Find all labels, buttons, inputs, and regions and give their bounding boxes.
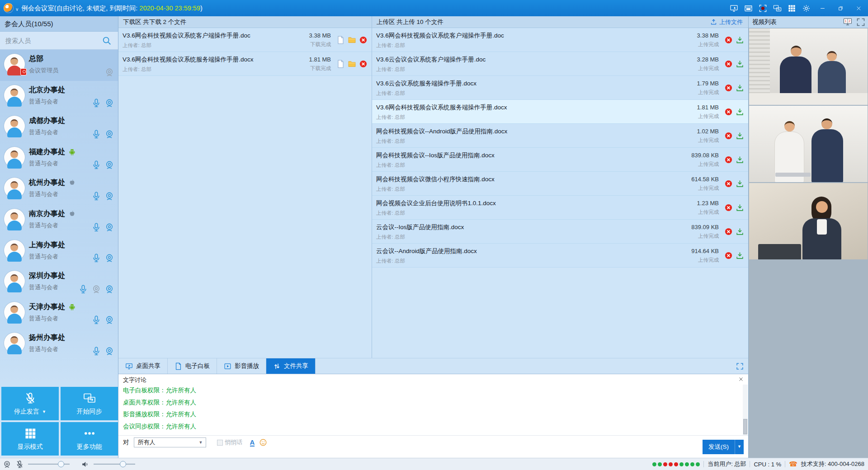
speaker-icon[interactable] [81,460,90,469]
upload-file-row[interactable]: 网会科技视频会议--Android版产品使用指南.docx 上传者: 总部 1.… [372,124,748,148]
delete-file-icon[interactable] [724,84,733,92]
delete-file-icon[interactable] [724,155,733,164]
layout-grid-icon[interactable] [787,3,797,13]
open-folder-icon[interactable] [348,60,356,68]
webcam-icon[interactable] [104,98,114,108]
delete-file-icon[interactable] [724,60,733,68]
webcam-icon[interactable] [3,460,11,469]
download-file-icon[interactable] [736,84,744,92]
whisper-checkbox[interactable]: 悄悄话 [217,438,243,446]
download-file-icon[interactable] [736,60,744,68]
open-file-icon[interactable] [336,60,345,68]
download-file-icon[interactable] [736,132,744,140]
participant-row[interactable]: 天津办事处 普通与会者 [0,298,118,329]
upload-file-row[interactable]: 网会科技视频会议微信小程序快速指南.docx 上传者: 总部 614.58 KB… [372,172,748,196]
participant-row[interactable]: 扬州办事处 普通与会者 [0,329,118,360]
mic-icon[interactable] [91,191,101,201]
webcam-icon[interactable] [104,346,114,356]
download-file-icon[interactable] [736,108,744,116]
close-icon[interactable] [852,2,865,14]
tab-desktop-share[interactable]: 桌面共享 [118,358,168,374]
delete-file-icon[interactable] [359,60,368,68]
participant-row[interactable]: 北京办事处 普通与会者 [0,81,118,112]
delete-file-icon[interactable] [724,36,733,44]
download-file-icon[interactable] [736,251,744,260]
send-label[interactable]: 发送(S) [703,440,735,454]
more-button[interactable]: 更多功能 [61,422,118,456]
tab-file-share[interactable]: 文件共享 [266,358,316,374]
record-icon[interactable] [758,3,768,13]
webcam-icon[interactable] [91,284,101,294]
upload-file-row[interactable]: V3.6云会议会议系统客户端操作手册.doc 上传者: 总部 3.28 MB 上… [372,52,748,76]
mic-icon[interactable] [91,222,101,232]
minimize-icon[interactable] [816,2,829,14]
mic-off-button[interactable]: 停止发言▼ [1,387,59,420]
participant-row[interactable]: 成都办事处 普通与会者 [0,112,118,143]
close-icon[interactable] [737,376,745,383]
tab-media-play[interactable]: 影音播放 [217,358,266,374]
slider-knob[interactable] [120,461,126,467]
video-tile[interactable] [749,183,868,259]
video-tile[interactable] [749,28,868,105]
download-file-icon[interactable] [736,36,744,44]
search-icon[interactable] [102,36,112,46]
tab-whiteboard[interactable]: 电子白板 [168,358,217,374]
mic-icon[interactable] [91,129,101,139]
download-file-icon[interactable] [736,155,744,164]
delete-file-icon[interactable] [359,36,368,44]
upload-file-row[interactable]: 云会议--Android版产品使用指南.docx 上传者: 总部 914.64 … [372,244,748,268]
layout-12-icon[interactable]: 12 [843,18,852,27]
app-logo-icon[interactable] [4,3,14,13]
maximize-icon[interactable] [834,2,847,14]
upload-file-button[interactable]: 上传文件 [710,16,743,28]
recipient-select[interactable]: 所有人 ▼ [134,437,206,447]
mic-volume-slider[interactable] [28,464,70,465]
webcam-icon[interactable] [104,315,114,325]
delete-file-icon[interactable] [724,203,733,212]
participant-row[interactable]: 福建办事处 普通与会者 [0,143,118,174]
upload-file-row[interactable]: 网会科技视频会议--Ios版产品使用指南.docx 上传者: 总部 839.08… [372,148,748,172]
participant-row[interactable]: 杭州办事处 普通与会者 [0,174,118,205]
webcam-icon[interactable] [104,222,114,232]
sync-button[interactable]: 开始同步 [61,387,118,420]
webcam-icon[interactable] [104,160,114,170]
chat-scrollbar[interactable] [743,385,748,435]
search-input[interactable]: 搜索人员 [0,32,118,50]
open-file-icon[interactable] [336,36,345,44]
expand-icon[interactable] [856,18,865,27]
mic-icon[interactable] [91,346,101,356]
send-options-caret-icon[interactable]: ▼ [735,440,744,454]
mic-icon[interactable] [78,284,88,294]
open-folder-icon[interactable] [348,36,356,44]
menu-caret-icon[interactable]: ∨ [15,7,19,12]
upload-file-row[interactable]: 网会视频会议企业后台使用说明书1.0.1.docx 上传者: 总部 1.23 M… [372,196,748,220]
mic-icon[interactable] [91,98,101,108]
settings-icon[interactable] [801,3,811,13]
font-style-icon[interactable]: A [250,439,255,446]
upload-file-row[interactable]: 云会议--Ios版产品使用指南.docx 上传者: 总部 839.09 KB 上… [372,220,748,244]
webcam-icon[interactable] [104,284,114,294]
mic-icon[interactable] [91,315,101,325]
dual-screen-icon[interactable] [772,3,782,13]
participant-row[interactable]: 深圳办事处 普通与会者 [0,267,118,298]
webcam-icon[interactable] [104,253,114,263]
speaker-volume-slider[interactable] [94,464,135,465]
delete-file-icon[interactable] [724,108,733,116]
download-file-icon[interactable] [736,179,744,188]
delete-file-icon[interactable] [724,132,733,140]
download-file-row[interactable]: V3.6网会科技视频会议系统服务端操作手册.docx 上传者: 总部 1.81 … [118,52,372,76]
delete-file-icon[interactable] [724,251,733,260]
video-tile[interactable] [749,106,868,182]
checkbox-icon[interactable] [217,440,223,446]
download-file-icon[interactable] [736,203,744,212]
download-file-icon[interactable] [736,227,744,236]
scrollbar-thumb[interactable] [743,419,747,434]
participant-row[interactable]: 上海办事处 普通与会者 [0,236,118,267]
delete-file-icon[interactable] [724,227,733,236]
webcam-icon[interactable] [104,129,114,139]
participant-row[interactable]: 总部 会议管理员 [0,50,118,81]
screen-demo-icon[interactable] [729,3,739,13]
mic-icon[interactable] [91,253,101,263]
upload-file-row[interactable]: V3.6网会科技视频会议系统客户端操作手册.doc 上传者: 总部 3.38 M… [372,28,748,52]
slider-knob[interactable] [58,461,64,467]
